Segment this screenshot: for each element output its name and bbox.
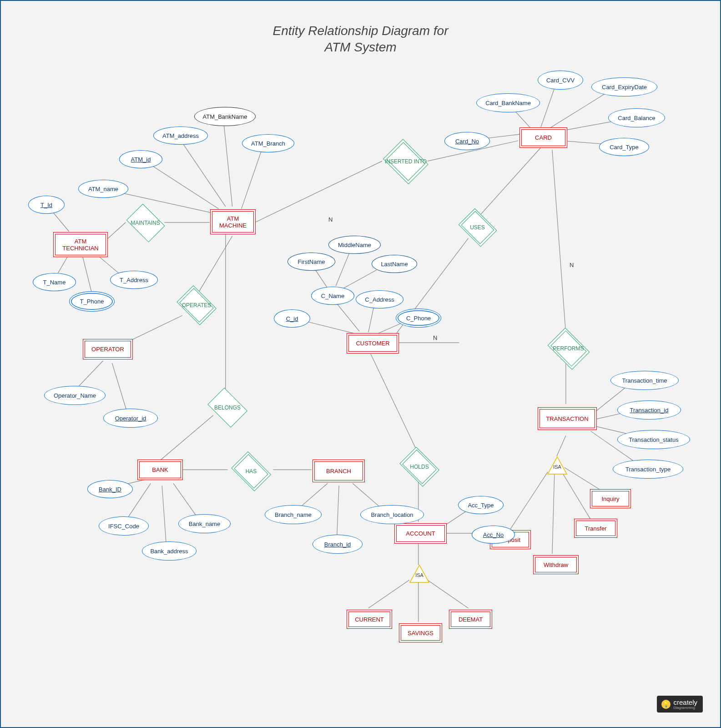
attr-card-type: Card_Type	[599, 138, 649, 156]
svg-line-23	[198, 236, 232, 293]
svg-line-59	[509, 472, 548, 531]
attr-atm-id: ATM_id	[119, 150, 162, 168]
entity-card: CARD	[519, 127, 567, 148]
svg-line-11	[255, 161, 382, 222]
attr-t-id: T_Id	[28, 196, 65, 214]
rel-maintains: MAINTAINS	[124, 207, 167, 239]
rel-has: HAS	[228, 455, 274, 488]
title-line-1: Entity Relationship Diagram for	[273, 24, 449, 38]
svg-line-58	[557, 436, 566, 456]
entity-atm-machine: ATM MACHINE	[210, 209, 256, 234]
title-line-2: ATM System	[324, 40, 396, 54]
entity-transaction: TRANSACTION	[538, 407, 597, 430]
brand-logo: 💡 creately Diagramming	[657, 696, 703, 713]
attr-middlename: MiddleName	[328, 236, 381, 254]
attr-branch-location: Branch_location	[360, 505, 424, 524]
attr-atm-bankname: ATM_BankName	[194, 107, 256, 126]
entity-atm-technician: ATM TECHNICIAN	[53, 232, 108, 257]
attr-card-bankname: Card_BankName	[476, 93, 540, 112]
svg-line-44	[337, 485, 339, 542]
diagram-title: Entity Relationship Diagram for ATM Syst…	[10, 23, 711, 56]
entity-inquiry: Inquiry	[590, 489, 631, 508]
svg-line-10	[242, 143, 264, 209]
attr-t-name: T_Name	[33, 273, 76, 291]
attr-transaction-time: Transaction_time	[610, 371, 679, 390]
attr-bank-name: Bank_name	[178, 514, 231, 533]
entity-savings: SAVINGS	[399, 623, 442, 642]
cardinality-n: N	[433, 334, 437, 341]
attr-card-cvv: Card_CVV	[538, 71, 583, 90]
svg-line-19	[479, 147, 541, 216]
entity-branch: BRANCH	[313, 460, 365, 482]
svg-line-53	[428, 580, 469, 608]
rel-inserted-into: INSERTED INTO	[381, 142, 431, 181]
attr-atm-branch: ATM_Branch	[242, 134, 294, 152]
attr-ifsc-code: IFSC_Code	[99, 516, 149, 536]
entity-operator: OPERATOR	[83, 339, 133, 359]
svg-line-9	[223, 118, 232, 206]
attr-firstname: FirstName	[287, 253, 335, 271]
svg-line-60	[552, 473, 555, 554]
attr-transaction-id: Transaction_id	[617, 400, 681, 420]
svg-line-8	[178, 136, 226, 207]
cardinality-n: N	[570, 262, 574, 268]
attr-c-id: C_id	[274, 309, 310, 328]
attr-operator-name: Operator_Name	[44, 386, 106, 405]
svg-line-28	[112, 363, 128, 415]
svg-line-51	[368, 580, 409, 608]
attr-branch-name: Branch_name	[265, 505, 322, 524]
svg-line-41	[162, 485, 166, 549]
entity-bank: BANK	[137, 460, 183, 480]
attr-card-expirydate: Card_ExpiryDate	[591, 77, 657, 96]
attr-acc-no: Acc_No	[472, 526, 515, 544]
brand-sub: Diagramming	[673, 706, 697, 710]
entity-account: ACCOUNT	[394, 523, 447, 544]
svg-line-46	[371, 354, 418, 454]
attr-bank-address: Bank_address	[142, 541, 197, 561]
entity-customer: CUSTOMER	[347, 333, 399, 354]
attr-acc-type: Acc_Type	[458, 496, 504, 514]
attr-branch-id: Branch_id	[313, 535, 363, 554]
isa-account: ISA	[409, 564, 430, 583]
attr-c-name: C_Name	[311, 287, 354, 305]
attr-atm-name: ATM_name	[78, 180, 128, 198]
attr-card-balance: Card_Balance	[608, 108, 665, 127]
rel-uses: USES	[456, 212, 499, 243]
entity-transfer: Transfer	[574, 519, 617, 538]
attr-t-address: T_Address	[110, 271, 158, 289]
bulb-icon: 💡	[661, 700, 671, 709]
attr-transaction-status: Transaction_status	[617, 430, 690, 449]
attr-c-address: C_Address	[356, 290, 403, 308]
entity-deemat: DEEMAT	[449, 610, 492, 629]
isa-transaction: ISA	[547, 456, 568, 475]
svg-line-61	[561, 471, 591, 520]
rel-holds: HOLDS	[397, 450, 442, 483]
rel-operates: OPERATES	[174, 289, 219, 322]
attr-card-no: Card_No	[444, 132, 490, 150]
attr-c-phone: C_Phone	[396, 308, 441, 328]
attr-operator-id: Operator_id	[103, 409, 158, 428]
entity-current: CURRENT	[347, 610, 392, 629]
cardinality-n: N	[328, 216, 333, 223]
brand-name: creately	[673, 698, 697, 706]
svg-line-21	[552, 150, 566, 334]
rel-belongs: BELONGS	[205, 391, 250, 424]
rel-performs: PERFORMS	[545, 331, 592, 365]
entity-withdraw: Withdraw	[533, 555, 579, 574]
svg-line-2	[83, 257, 92, 293]
attr-transaction-type: Transaction_type	[613, 460, 683, 479]
attr-atm-address: ATM_address	[153, 126, 208, 145]
attr-bank-id: Bank_ID	[87, 480, 133, 498]
attr-lastname: LastName	[372, 255, 417, 273]
er-diagram-canvas: Entity Relationship Diagram for ATM Syst…	[10, 9, 711, 719]
attr-t-phone: T_Phone	[69, 291, 115, 312]
